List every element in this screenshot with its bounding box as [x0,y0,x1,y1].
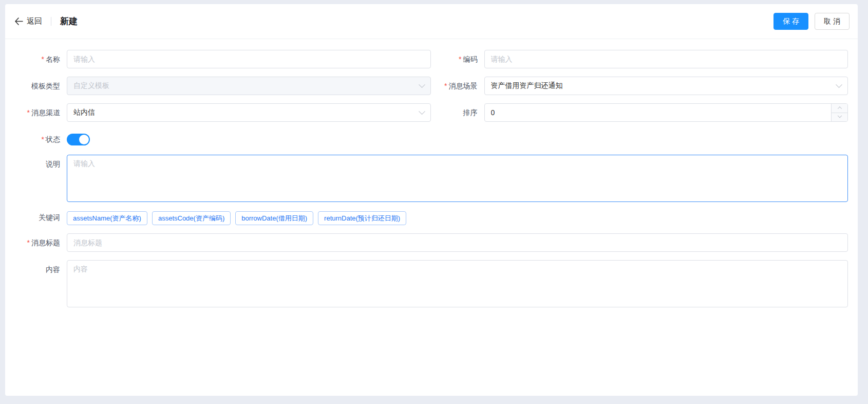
page-title: 新建 [60,15,78,27]
field-label-text: 状态 [46,135,60,143]
message-channel-field-group: *消息渠道 站内信 [13,103,431,122]
required-mark: * [27,108,30,117]
sort-control [484,103,848,122]
form-card: 返回 新建 保 存 取 消 *名称 *编码 [5,4,858,396]
keywords-list: assetsName(资产名称)assetsCode(资产编码)borrowDa… [67,210,406,225]
page: 返回 新建 保 存 取 消 *名称 *编码 [0,0,868,404]
code-label: *编码 [431,50,484,68]
description-control [67,155,848,202]
template-type-select[interactable]: 自定义模板 [67,77,431,95]
form-row: 模板类型 自定义模板 *消息场景 资产借用资产归还通知 [13,77,848,95]
description-field-group: 说明 [13,155,848,202]
description-textarea[interactable] [67,155,848,202]
code-control [484,50,848,68]
status-label: *状态 [13,130,67,149]
name-input[interactable] [67,50,431,68]
field-label-text: 消息场景 [449,82,478,90]
form-row: *消息标题 [13,233,848,252]
sort-label: 排序 [431,103,484,122]
select-value: 资产借用资产归还通知 [491,81,563,90]
required-mark: * [42,135,44,143]
code-input[interactable] [484,50,848,68]
sort-number-input [484,103,848,122]
increase-button[interactable] [832,104,847,113]
message-scene-label: *消息场景 [431,77,484,95]
keyword-tag[interactable]: borrowDate(借用日期) [235,211,313,225]
header-left: 返回 新建 [14,15,78,27]
required-mark: * [459,55,461,63]
message-scene-select[interactable]: 资产借用资产归还通知 [484,77,848,95]
back-arrow-icon [14,17,23,25]
content-control [67,260,848,307]
message-title-control [67,233,848,252]
keywords-label: 关键词 [13,210,67,225]
field-label-text: 说明 [46,160,60,168]
form-row: 内容 [13,260,848,307]
required-mark: * [444,82,447,90]
content-field-group: 内容 [13,260,848,307]
field-label-text: 内容 [46,265,60,273]
required-mark: * [27,238,30,247]
chevron-down-icon [837,114,841,118]
template-type-field-group: 模板类型 自定义模板 [13,77,431,95]
name-control [67,50,431,68]
decrease-button[interactable] [832,113,847,122]
message-channel-label: *消息渠道 [13,103,67,122]
field-label-text: 关键词 [39,213,60,222]
save-button[interactable]: 保 存 [773,13,808,30]
field-label-text: 模板类型 [31,82,60,90]
header-actions: 保 存 取 消 [773,13,850,30]
form-row: 说明 [13,155,848,202]
back-button[interactable]: 返回 [14,16,42,26]
field-label-text: 排序 [463,108,478,117]
keywords-control: assetsName(资产名称)assetsCode(资产编码)borrowDa… [67,210,848,225]
name-field-group: *名称 [13,50,431,68]
message-title-input[interactable] [67,233,848,252]
header-divider [51,17,51,26]
content-textarea[interactable] [67,260,848,307]
form-row: *状态 [13,130,848,149]
page-header: 返回 新建 保 存 取 消 [5,4,858,39]
content-label: 内容 [13,260,67,307]
status-field-group: *状态 [13,130,848,149]
sort-input[interactable] [484,103,848,122]
field-label-text: 编码 [463,55,478,63]
select-value: 自定义模板 [73,81,109,90]
keyword-tag[interactable]: assetsCode(资产编码) [152,211,231,225]
message-title-label: *消息标题 [13,233,67,252]
field-label-text: 消息渠道 [31,108,60,117]
form-row: 关键词 assetsName(资产名称)assetsCode(资产编码)borr… [13,210,848,225]
sort-stepper [831,104,847,121]
message-channel-control: 站内信 [67,103,431,122]
status-toggle[interactable] [67,134,90,145]
back-label: 返回 [27,16,42,26]
keyword-tag[interactable]: returnDate(预计归还日期) [318,211,406,225]
message-channel-select[interactable]: 站内信 [67,103,431,122]
form-row: *名称 *编码 [13,50,848,68]
description-label: 说明 [13,155,67,202]
keyword-tag[interactable]: assetsName(资产名称) [67,211,147,225]
select-value: 站内信 [73,108,95,117]
form-row: *消息渠道 站内信 排序 [13,103,848,122]
field-label-text: 名称 [46,55,60,63]
message-scene-control: 资产借用资产归还通知 [484,77,848,95]
name-label: *名称 [13,50,67,68]
chevron-down-icon [836,81,842,88]
keywords-field-group: 关键词 assetsName(资产名称)assetsCode(资产编码)borr… [13,210,848,225]
chevron-down-icon [419,81,425,88]
code-field-group: *编码 [431,50,848,68]
form: *名称 *编码 模板类型 自 [5,39,858,396]
field-label-text: 消息标题 [31,238,60,247]
status-control [67,130,848,149]
template-type-label: 模板类型 [13,77,67,95]
sort-field-group: 排序 [431,103,848,122]
chevron-down-icon [419,108,425,115]
message-title-field-group: *消息标题 [13,233,848,252]
chevron-up-icon [837,106,841,111]
message-scene-field-group: *消息场景 资产借用资产归还通知 [431,77,848,95]
template-type-control: 自定义模板 [67,77,431,95]
toggle-knob [79,135,89,144]
required-mark: * [42,55,44,63]
cancel-button[interactable]: 取 消 [815,13,850,30]
